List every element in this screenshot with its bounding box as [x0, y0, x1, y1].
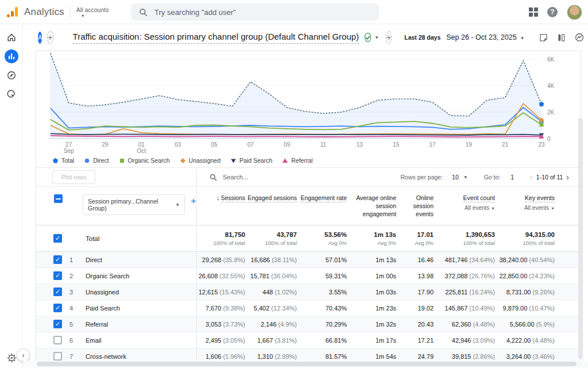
- table-search-input[interactable]: Search...: [210, 174, 248, 181]
- chevron-down-icon[interactable]: ▼: [463, 175, 468, 180]
- date-range-picker[interactable]: Last 28 days Sep 26 - Oct 23, 2025 ▼: [404, 33, 524, 41]
- page-title[interactable]: Traffic acquisition: Session primary cha…: [73, 32, 359, 44]
- table-row-paid-search[interactable]: ✓4Paid Search7,670(9.38%)5,402(12.34%)70…: [36, 300, 581, 316]
- dimension-selector[interactable]: Session primary...Channel Group) ▼: [83, 194, 185, 215]
- app-name: Analytics: [24, 6, 64, 18]
- total-subtext: 100% of total: [197, 240, 245, 246]
- comparisons-icon[interactable]: [556, 33, 566, 43]
- cell-percent: (5.9%): [536, 321, 555, 328]
- legend-item-paid-search[interactable]: Paid Search: [230, 157, 272, 164]
- chevron-down-icon: ▼: [175, 202, 180, 208]
- row-checkbox[interactable]: ✓: [53, 320, 62, 328]
- help-icon[interactable]: ?: [547, 7, 558, 17]
- table-row-email[interactable]: 6Email2,495(3.05%)1,667(3.81%)66.81%1m 1…: [36, 332, 581, 348]
- next-page-icon[interactable]: ›: [563, 172, 572, 182]
- row-checkbox[interactable]: [53, 336, 62, 344]
- saved-check-icon[interactable]: [365, 33, 371, 42]
- column-header-key-events[interactable]: Key eventsAll events ▼: [497, 194, 557, 225]
- sidebar-expand-button[interactable]: ›: [17, 348, 30, 362]
- rows-per-page-label: Rows per page:: [401, 174, 443, 181]
- column-header-engaged-sessions[interactable]: Engaged sessions: [247, 194, 299, 225]
- column-header-online-session-events[interactable]: Online session events: [399, 194, 436, 225]
- plot-rows-button[interactable]: Plot rows: [52, 170, 95, 184]
- sidebar-nav: [0, 24, 23, 368]
- svg-text:29: 29: [102, 141, 109, 148]
- legend-item-total[interactable]: Total: [52, 157, 74, 164]
- cell-percent: (36.04%): [271, 273, 297, 279]
- row-checkbox[interactable]: ✓: [53, 255, 62, 264]
- notes-icon[interactable]: [539, 33, 548, 43]
- legend-item-direct[interactable]: Direct: [84, 157, 109, 164]
- column-event-filter[interactable]: All events ▼: [436, 204, 495, 213]
- legend-item-referral[interactable]: Referral: [282, 157, 312, 164]
- account-switcher[interactable]: All accounts ▼: [76, 6, 109, 18]
- channel-name: Paid Search: [86, 305, 120, 312]
- insights-icon[interactable]: [574, 32, 585, 43]
- cell-percent: (2.86%): [473, 353, 495, 360]
- cell-value: 57.01%: [326, 256, 347, 263]
- svg-text:23: 23: [538, 141, 545, 148]
- apps-grid-icon[interactable]: [529, 7, 538, 17]
- channel-name: Organic Search: [86, 273, 129, 279]
- avatar[interactable]: [567, 5, 582, 20]
- row-checkbox[interactable]: ✓: [53, 304, 62, 312]
- row-checkbox[interactable]: ✓: [53, 234, 62, 243]
- cell-percent: (12.34%): [271, 305, 297, 312]
- legend-item-unassigned[interactable]: Unassigned: [180, 157, 220, 164]
- report-collection-badge[interactable]: A: [38, 32, 42, 44]
- add-collection-button[interactable]: +: [47, 31, 53, 44]
- sidebar-item-explore[interactable]: [5, 68, 18, 82]
- svg-text:07: 07: [247, 141, 254, 148]
- row-number: 5: [69, 321, 78, 328]
- cell-percent: (9.38%): [223, 305, 245, 312]
- column-header-average-online-session-engagement[interactable]: Average online session engagement: [349, 194, 399, 225]
- horizontal-scrollbar[interactable]: [23, 361, 588, 368]
- rows-per-page-select[interactable]: 10: [452, 174, 459, 181]
- cell-value: 17.90: [417, 289, 434, 296]
- select-all-checkbox[interactable]: [54, 194, 63, 203]
- cell-value: 62,360: [452, 321, 471, 328]
- total-subtext: 100% of total: [497, 240, 555, 246]
- row-checkbox[interactable]: [53, 352, 62, 361]
- cell-value: 22,850.00: [499, 273, 527, 279]
- chevron-down-icon[interactable]: ▼: [374, 35, 379, 40]
- row-number: 6: [69, 337, 78, 344]
- add-comparison-button[interactable]: +: [386, 31, 392, 44]
- row-checkbox[interactable]: ✓: [53, 288, 62, 296]
- horizontal-scrollbar-thumb[interactable]: [37, 362, 577, 366]
- cell-value: 1m 03s: [376, 289, 396, 296]
- table-row-unassigned[interactable]: ✓3Unassigned12,615(15.43%)448(1.02%)3.55…: [36, 284, 581, 300]
- legend-item-organic-search[interactable]: Organic Search: [119, 157, 170, 164]
- column-header-event-count[interactable]: Event countAll events ▼: [436, 194, 497, 225]
- column-event-filter[interactable]: All events ▼: [497, 204, 555, 213]
- cell-value: 12,615: [199, 289, 218, 296]
- sidebar-item-advertising[interactable]: [5, 87, 18, 101]
- cell-percent: (34.64%): [469, 256, 495, 263]
- column-label: Event count: [463, 194, 495, 202]
- cell-percent: (1.02%): [274, 289, 297, 296]
- go-to-input[interactable]: 1: [510, 174, 514, 181]
- analytics-logo-icon[interactable]: [7, 6, 19, 18]
- cell-value: 26,608: [199, 273, 218, 279]
- sidebar-item-reports[interactable]: [5, 49, 18, 63]
- triangle-down-marker-icon: [230, 158, 237, 164]
- cell-value: 9,879.00: [503, 305, 528, 312]
- table-row-organic-search[interactable]: ✓2Organic Search26,608(32.55%)15,781(36.…: [36, 268, 581, 284]
- cell-value: 42,946: [452, 337, 471, 344]
- legend-label: Organic Search: [128, 157, 170, 164]
- search-placeholder: Try searching "add user": [154, 8, 236, 17]
- add-dimension-button[interactable]: +: [191, 195, 196, 207]
- global-search-input[interactable]: Try searching "add user": [131, 3, 379, 21]
- svg-text:2K: 2K: [547, 109, 555, 116]
- column-header-sessions[interactable]: ↓Sessions: [197, 194, 247, 225]
- cell-percent: (3.05%): [223, 337, 245, 344]
- table-row-referral[interactable]: ✓5Referral3,053(3.73%)2,146(4.9%)70.29%1…: [36, 316, 581, 332]
- channel-name: Email: [86, 337, 102, 344]
- prev-page-icon[interactable]: ‹: [527, 172, 536, 182]
- column-header-engagement-rate[interactable]: Engagement rate: [299, 194, 349, 225]
- vertical-scrollbar[interactable]: [578, 118, 583, 359]
- row-checkbox[interactable]: ✓: [53, 271, 62, 280]
- sidebar-item-home[interactable]: [5, 30, 18, 44]
- table-row-direct[interactable]: ✓1Direct29,268(35.8%)16,686(38.11%)57.01…: [36, 252, 581, 268]
- channel-name: Referral: [86, 321, 108, 328]
